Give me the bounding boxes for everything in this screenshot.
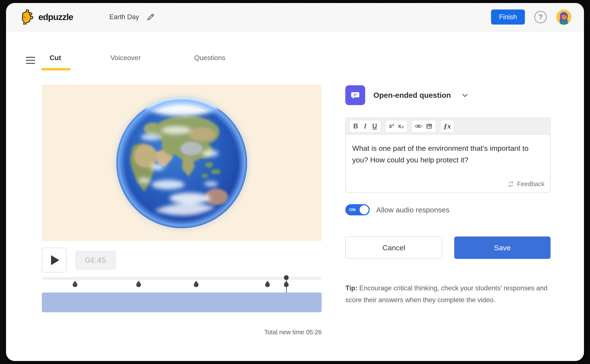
tip-body: Encourage critical thinking, check your … (345, 284, 548, 304)
question-marker-icon (194, 281, 199, 287)
total-new-time-value: 05:26 (306, 329, 322, 336)
toggle-knob (359, 205, 369, 214)
insert-group (411, 120, 436, 132)
question-marker[interactable] (73, 281, 77, 287)
feedback-link[interactable]: Feedback (508, 181, 544, 188)
current-time-display: 04:45 (75, 251, 116, 270)
question-marker[interactable] (194, 281, 199, 287)
chevron-down-icon (460, 91, 470, 100)
question-text-area[interactable]: What is one part of the environment that… (346, 135, 550, 193)
link-icon (415, 123, 422, 130)
save-button[interactable]: Save (454, 236, 550, 259)
video-preview (42, 85, 322, 241)
question-type-label: Open-ended question (373, 91, 451, 99)
edpuzzle-logo[interactable]: edpuzzle (20, 9, 73, 25)
tab-questions[interactable]: Questions (194, 54, 225, 62)
question-marker-icon (136, 281, 141, 287)
edpuzzle-puzzle-icon (20, 9, 35, 25)
image-icon (425, 123, 433, 130)
insert-image-button[interactable] (424, 121, 435, 131)
question-marker[interactable] (136, 281, 141, 287)
question-marker-icon (73, 281, 77, 287)
timeline-markers (42, 274, 322, 289)
tip-text: Tip: Encourage critical thinking, check … (345, 282, 557, 306)
tab-cut[interactable]: Cut (50, 54, 61, 62)
question-type-header: Open-ended question (345, 85, 550, 105)
underline-button[interactable]: U (370, 121, 379, 131)
question-editor: B I U x² x₂ (345, 117, 550, 193)
open-ended-question-icon (345, 85, 365, 105)
total-new-time-label: Total new time (264, 329, 304, 336)
finish-button[interactable]: Finish (491, 9, 525, 25)
audio-responses-row: ON Allow audio responses (345, 204, 450, 215)
edit-title-pencil-icon[interactable] (146, 13, 155, 21)
feedback-label: Feedback (517, 181, 544, 188)
bold-button[interactable]: B (351, 121, 360, 131)
allow-audio-toggle[interactable]: ON (345, 204, 370, 215)
question-text[interactable]: What is one part of the environment that… (352, 142, 542, 166)
question-type-dropdown[interactable] (460, 91, 470, 100)
menu-hamburger-icon[interactable] (26, 57, 35, 64)
play-button[interactable] (42, 248, 66, 273)
chat-bubble-icon (350, 90, 360, 100)
superscript-button[interactable]: x² (387, 121, 396, 131)
timeline (42, 274, 322, 317)
playhead-question-marker-icon[interactable] (284, 281, 289, 287)
earth-globe-image (114, 95, 250, 231)
cut-range-bar[interactable] (42, 292, 322, 312)
sync-icon (508, 181, 514, 187)
tip-prefix: Tip: (345, 284, 358, 292)
question-marker[interactable] (265, 281, 270, 287)
formula-button[interactable]: ƒx (442, 121, 453, 131)
formula-group: ƒx (440, 120, 454, 132)
rich-text-toolbar: B I U x² x₂ (346, 118, 550, 135)
brand-name: edpuzzle (38, 12, 73, 22)
cancel-button[interactable]: Cancel (345, 236, 442, 259)
play-icon (51, 255, 59, 265)
script-group: x² x₂ (385, 120, 407, 132)
question-mark-glyph: ? (538, 13, 543, 21)
user-avatar[interactable] (556, 9, 571, 25)
toggle-on-label: ON (349, 204, 356, 215)
help-button[interactable]: ? (534, 11, 547, 23)
top-bar: edpuzzle Earth Day Finish ? (6, 3, 584, 32)
subscript-button[interactable]: x₂ (396, 121, 406, 131)
text-style-group: B I U (349, 120, 381, 132)
tab-voiceover[interactable]: Voiceover (110, 54, 141, 62)
total-new-time: Total new time 05:26 (264, 329, 322, 336)
italic-button[interactable]: I (360, 121, 370, 131)
video-title: Earth Day (109, 13, 139, 21)
insert-link-button[interactable] (413, 121, 424, 131)
app-window: edpuzzle Earth Day Finish ? (6, 3, 584, 361)
question-marker-icon (265, 281, 270, 287)
allow-audio-label: Allow audio responses (376, 206, 450, 214)
active-tab-indicator (41, 68, 71, 71)
avatar-illustration (556, 9, 571, 25)
